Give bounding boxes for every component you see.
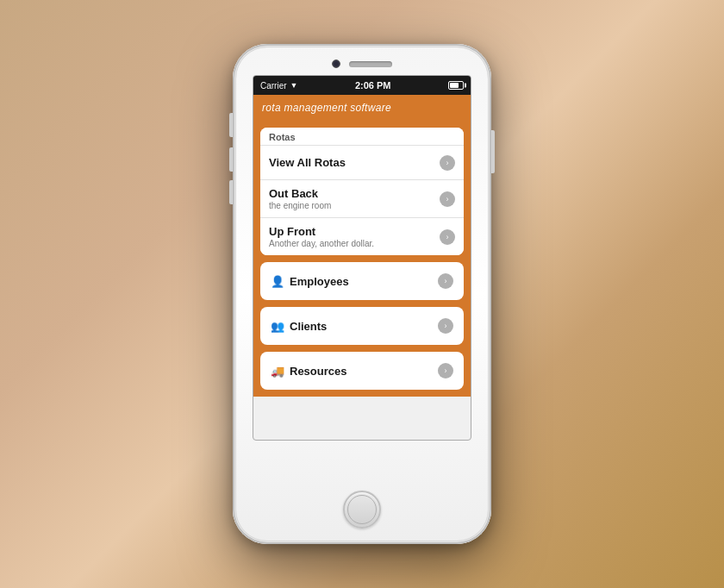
list-item-view-all-rotas[interactable]: View All Rotas ›: [260, 146, 464, 180]
resources-item[interactable]: 🚚 Resources ›: [260, 352, 464, 390]
chevron-employees: ›: [438, 273, 453, 289]
employees-label: Employees: [290, 275, 349, 288]
power-button[interactable]: [491, 130, 495, 173]
status-carrier: Carrier ▼: [260, 81, 297, 91]
employees-item[interactable]: 👤 Employees ›: [260, 262, 464, 300]
home-button[interactable]: [343, 491, 381, 529]
front-camera: [332, 59, 340, 68]
phone-screen: Carrier ▼ 2:06 PM rota management softwa…: [253, 75, 471, 441]
battery-fill: [450, 83, 459, 88]
volume-up-button[interactable]: [229, 147, 233, 172]
carrier-label: Carrier: [260, 81, 287, 91]
app-content: Rotas View All Rotas › Out Back the engi…: [253, 121, 471, 397]
list-item-up-front[interactable]: Up Front Another day, another dollar. ›: [260, 218, 464, 255]
app-title: rota management software: [262, 102, 391, 114]
rotas-group: Rotas View All Rotas › Out Back the engi…: [260, 128, 464, 255]
list-item-out-back[interactable]: Out Back the engine room ›: [260, 180, 464, 218]
volume-down-button[interactable]: [229, 180, 233, 204]
list-item-out-back-content: Out Back the engine room: [269, 187, 331, 210]
list-item-up-front-subtitle: Another day, another dollar.: [269, 239, 374, 248]
status-bar: Carrier ▼ 2:06 PM: [253, 76, 471, 95]
phone-device: Carrier ▼ 2:06 PM rota management softwa…: [233, 44, 491, 544]
wifi-icon: ▼: [290, 81, 298, 90]
chevron-clients: ›: [438, 318, 453, 334]
phone-bottom: [343, 441, 381, 544]
people-icon: 👥: [271, 320, 284, 333]
clients-label: Clients: [290, 320, 327, 333]
status-time: 2:06 PM: [355, 80, 391, 91]
mute-button[interactable]: [229, 113, 233, 137]
list-item-up-front-title: Up Front: [269, 225, 374, 238]
resources-icon-group: 🚚 Resources: [271, 365, 346, 378]
list-item-view-all-content: View All Rotas: [269, 156, 346, 169]
chevron-icon-2: ›: [440, 229, 455, 245]
employees-icon-group: 👤 Employees: [271, 275, 349, 288]
status-battery: [448, 81, 464, 90]
list-item-view-all-title: View All Rotas: [269, 156, 346, 169]
rotas-header: Rotas: [260, 128, 464, 146]
truck-icon: 🚚: [271, 365, 284, 378]
clients-icon-group: 👥 Clients: [271, 320, 327, 333]
person-icon: 👤: [271, 275, 284, 288]
resources-label: Resources: [290, 365, 346, 378]
phone-top: [233, 44, 491, 68]
battery-icon: [448, 81, 464, 90]
list-item-up-front-content: Up Front Another day, another dollar.: [269, 225, 374, 248]
list-item-out-back-title: Out Back: [269, 187, 331, 200]
chevron-resources: ›: [438, 363, 453, 378]
chevron-icon-0: ›: [440, 155, 455, 171]
app-header: rota management software: [253, 95, 471, 121]
list-item-out-back-subtitle: the engine room: [269, 201, 331, 210]
clients-item[interactable]: 👥 Clients ›: [260, 307, 464, 345]
chevron-icon-1: ›: [440, 191, 455, 207]
earpiece-speaker: [349, 61, 392, 67]
home-button-ring: [347, 495, 377, 524]
